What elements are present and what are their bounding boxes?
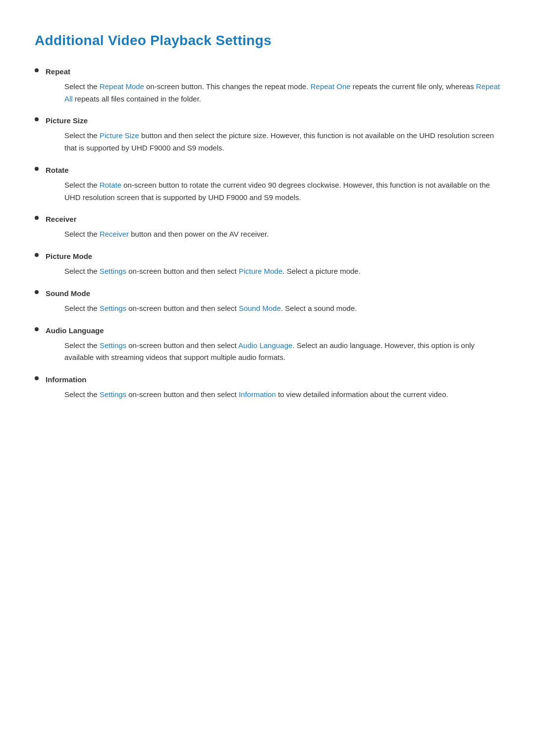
- inline-text: on-screen button to rotate the current v…: [64, 181, 490, 202]
- inline-text: Select the: [64, 82, 100, 91]
- inline-text: on-screen button and then select: [126, 267, 239, 275]
- item-label-picture-mode: Picture Mode: [46, 251, 92, 262]
- item-label-repeat: Repeat: [46, 66, 70, 78]
- inline-text: on-screen button and then select: [126, 390, 239, 399]
- inline-text: on-screen button. This changes the repea…: [144, 82, 311, 91]
- item-body-picture-mode: Select the Settings on-screen button and…: [35, 265, 500, 278]
- list-item-picture-mode: Picture ModeSelect the Settings on-scree…: [35, 251, 500, 278]
- settings-list: RepeatSelect the Repeat Mode on-screen b…: [35, 66, 500, 401]
- inline-link[interactable]: Rotate: [100, 181, 121, 189]
- inline-text: Select the: [64, 304, 100, 312]
- list-item-repeat: RepeatSelect the Repeat Mode on-screen b…: [35, 66, 500, 105]
- item-heading-sound-mode: Sound Mode: [35, 288, 500, 300]
- item-label-audio-language: Audio Language: [46, 325, 104, 337]
- item-body-sound-mode: Select the Settings on-screen button and…: [35, 302, 500, 315]
- bullet-icon: [35, 167, 39, 171]
- bullet-icon: [35, 216, 39, 220]
- list-item-rotate: RotateSelect the Rotate on-screen button…: [35, 164, 500, 204]
- item-label-rotate: Rotate: [46, 164, 69, 176]
- bullet-icon: [35, 290, 39, 294]
- item-body-information: Select the Settings on-screen button and…: [35, 389, 500, 401]
- item-body-rotate: Select the Rotate on-screen button to ro…: [35, 179, 500, 204]
- inline-link[interactable]: Repeat Mode: [100, 82, 144, 91]
- item-heading-picture-size: Picture Size: [35, 115, 500, 127]
- item-label-sound-mode: Sound Mode: [46, 288, 90, 300]
- inline-text: button and then power on the AV receiver…: [129, 230, 268, 238]
- inline-text: to view detailed information about the c…: [276, 390, 448, 399]
- inline-text: on-screen button and then select: [126, 304, 239, 312]
- item-label-information: Information: [46, 374, 87, 386]
- item-label-picture-size: Picture Size: [46, 115, 88, 127]
- inline-link[interactable]: Settings: [100, 267, 126, 275]
- item-body-receiver: Select the Receiver button and then powe…: [35, 228, 500, 241]
- list-item-picture-size: Picture SizeSelect the Picture Size butt…: [35, 115, 500, 154]
- inline-link[interactable]: Repeat One: [311, 82, 351, 91]
- inline-text: Select the: [64, 267, 100, 275]
- list-item-audio-language: Audio LanguageSelect the Settings on-scr…: [35, 325, 500, 364]
- item-label-receiver: Receiver: [46, 213, 77, 225]
- bullet-icon: [35, 376, 39, 380]
- inline-link[interactable]: Settings: [100, 390, 126, 399]
- item-heading-information: Information: [35, 374, 500, 386]
- inline-text: on-screen button and then select: [126, 341, 238, 350]
- bullet-icon: [35, 327, 39, 331]
- inline-link[interactable]: Picture Size: [100, 131, 139, 140]
- inline-text: repeats all files contained in the folde…: [73, 95, 201, 103]
- inline-link[interactable]: Picture Mode: [239, 267, 282, 275]
- inline-text: Select the: [64, 230, 100, 238]
- item-heading-audio-language: Audio Language: [35, 325, 500, 337]
- list-item-sound-mode: Sound ModeSelect the Settings on-screen …: [35, 288, 500, 315]
- bullet-icon: [35, 117, 39, 121]
- list-item-receiver: ReceiverSelect the Receiver button and t…: [35, 213, 500, 241]
- item-heading-rotate: Rotate: [35, 164, 500, 176]
- item-heading-repeat: Repeat: [35, 66, 500, 78]
- inline-link[interactable]: Settings: [100, 341, 126, 350]
- item-heading-picture-mode: Picture Mode: [35, 251, 500, 262]
- inline-text: Select the: [64, 341, 100, 350]
- inline-link[interactable]: Receiver: [100, 230, 129, 238]
- bullet-icon: [35, 68, 39, 72]
- inline-text: . Select a picture mode.: [282, 267, 361, 275]
- inline-text: Select the: [64, 181, 100, 189]
- inline-link[interactable]: Sound Mode: [239, 304, 281, 312]
- item-body-audio-language: Select the Settings on-screen button and…: [35, 340, 500, 364]
- page-title: Additional Video Playback Settings: [35, 30, 500, 52]
- inline-text: repeats the current file only, whereas: [351, 82, 476, 91]
- list-item-information: InformationSelect the Settings on-screen…: [35, 374, 500, 401]
- inline-link[interactable]: Settings: [100, 304, 126, 312]
- item-body-picture-size: Select the Picture Size button and then …: [35, 130, 500, 154]
- bullet-icon: [35, 253, 39, 257]
- inline-text: Select the: [64, 390, 100, 399]
- inline-link[interactable]: Information: [239, 390, 276, 399]
- inline-text: Select the: [64, 131, 100, 140]
- inline-link[interactable]: Audio Language: [238, 341, 292, 350]
- item-heading-receiver: Receiver: [35, 213, 500, 225]
- inline-text: . Select a sound mode.: [281, 304, 357, 312]
- item-body-repeat: Select the Repeat Mode on-screen button.…: [35, 81, 500, 105]
